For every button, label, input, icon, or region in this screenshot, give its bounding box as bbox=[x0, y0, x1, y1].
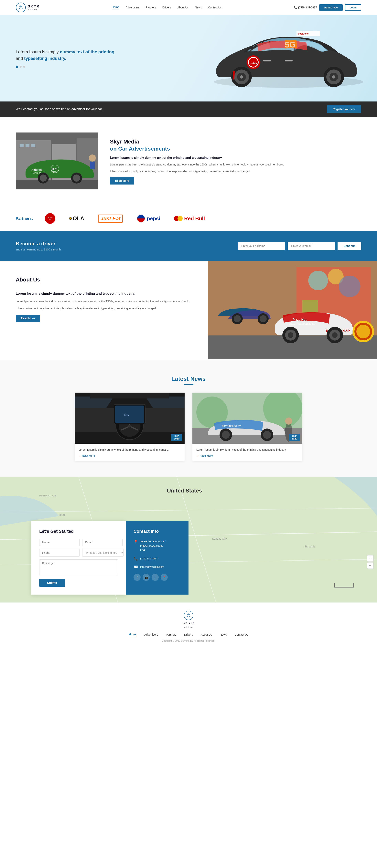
logo-icon bbox=[16, 2, 26, 12]
contact-service-select[interactable]: What are you looking for? Advertising Dr… bbox=[82, 549, 123, 557]
register-car-button[interactable]: Register your car bbox=[327, 105, 361, 113]
news-card-1-text: Lorem Ipsum is simply dummy text of the … bbox=[79, 447, 181, 452]
contact-name-input[interactable] bbox=[39, 538, 80, 546]
svg-text:RESERVATION: RESERVATION bbox=[39, 494, 56, 497]
about-us-read-more-button[interactable]: Read More bbox=[16, 315, 40, 322]
dot-1[interactable] bbox=[16, 66, 18, 68]
contact-email-input[interactable] bbox=[82, 538, 122, 546]
hero-text-bold: dummy text of the printing bbox=[60, 50, 114, 54]
map-contact-section: UTAH RESERVATION Denver Kansas City St. … bbox=[0, 477, 377, 602]
main-nav: Home Advertisers Partners Drivers About … bbox=[112, 5, 222, 9]
login-button[interactable]: Login bbox=[345, 4, 361, 11]
contact-message-input[interactable] bbox=[39, 559, 118, 575]
svg-text:+: + bbox=[369, 556, 371, 560]
news-read-more-1[interactable]: → Read More bbox=[79, 454, 181, 457]
nav-drivers[interactable]: Drivers bbox=[163, 6, 171, 9]
hero-content: Lorem Ipsum is simply dummy text of the … bbox=[16, 49, 118, 68]
svg-point-44 bbox=[308, 271, 328, 290]
arrow-icon-2: → bbox=[196, 454, 199, 457]
contact-info-title: Contact Info bbox=[134, 529, 181, 534]
svg-text:UTAH: UTAH bbox=[59, 514, 66, 517]
svg-rect-25 bbox=[26, 144, 29, 147]
hero-text: Lorem Ipsum is simply dummy text of the … bbox=[16, 49, 118, 62]
svg-text:Pizza Hut: Pizza Hut bbox=[293, 318, 307, 321]
instagram-icon[interactable]: 📷 bbox=[143, 574, 150, 581]
svg-point-82 bbox=[222, 431, 230, 439]
footer-nav-contact[interactable]: Contact Us bbox=[235, 633, 248, 636]
svg-point-60 bbox=[260, 315, 267, 322]
facebook-icon[interactable]: f bbox=[134, 574, 141, 581]
news-read-more-label-1: Read More bbox=[82, 454, 95, 457]
footer-nav-advertisers[interactable]: Advertisers bbox=[144, 633, 158, 636]
footer-nav-about[interactable]: About Us bbox=[201, 633, 212, 636]
footer-logo-icon bbox=[183, 611, 194, 620]
nav-about[interactable]: About Us bbox=[177, 6, 189, 9]
contact-submit-button[interactable]: Submit bbox=[39, 579, 65, 587]
news-title: Latest News bbox=[16, 375, 361, 382]
svg-point-36 bbox=[89, 154, 96, 161]
news-car-exterior-svg: SKYR DELIVERY bbox=[193, 393, 302, 444]
red-bull-label: Red Bull bbox=[184, 216, 205, 222]
nav-news[interactable]: News bbox=[195, 6, 202, 9]
about-read-more-button[interactable]: Read More bbox=[110, 177, 134, 185]
map-pin-icon[interactable]: 📍 bbox=[161, 574, 168, 581]
footer-nav-news[interactable]: News bbox=[220, 633, 227, 636]
about-us-car-svg: Pizza Hut GREAT PIZZA DELIVERED pizzahut… bbox=[208, 261, 377, 359]
svg-point-15 bbox=[332, 75, 336, 79]
logo-sub: MEDIA bbox=[28, 8, 40, 10]
hero-dots bbox=[16, 66, 118, 68]
svg-point-63 bbox=[356, 325, 370, 338]
about-body1: Lorem Ipsum has been the industry's stan… bbox=[110, 162, 361, 167]
phone-icon: 📞 bbox=[294, 6, 297, 9]
partners-label: Partners: bbox=[16, 216, 33, 221]
nav-partners[interactable]: Partners bbox=[146, 6, 156, 9]
news-read-more-2[interactable]: → Read More bbox=[196, 454, 298, 457]
pepsi-icon bbox=[137, 214, 145, 223]
svg-text:United States: United States bbox=[167, 488, 202, 494]
nav-advertisers[interactable]: Advertisers bbox=[126, 6, 139, 9]
email-icon: ✉️ bbox=[134, 565, 138, 569]
svg-text:Tesla: Tesla bbox=[124, 414, 129, 416]
partner-pepsi: pepsi bbox=[137, 214, 160, 223]
arrow-icon-1: → bbox=[79, 454, 81, 457]
form-row-1 bbox=[39, 538, 118, 546]
contact-email-item: ✉️ info@skyrmedia.com bbox=[134, 565, 181, 569]
driver-continue-button[interactable]: Continue bbox=[338, 242, 361, 250]
nav-contact[interactable]: Contact Us bbox=[208, 6, 222, 9]
contact-phone-input[interactable] bbox=[39, 549, 80, 557]
dot-3[interactable] bbox=[23, 66, 25, 68]
svg-point-56 bbox=[332, 332, 338, 338]
about-us-body-title: Lorem Ipsum is simply dummy text of the … bbox=[16, 291, 193, 296]
footer-nav-drivers[interactable]: Drivers bbox=[184, 633, 193, 636]
contact-form-box: Let's Get Started What are you looking f… bbox=[31, 521, 126, 595]
svg-text:GREAT PIZZA DELIVERED: GREAT PIZZA DELIVERED bbox=[289, 323, 315, 325]
svg-rect-26 bbox=[31, 144, 35, 147]
svg-text:vodafone: vodafone bbox=[298, 32, 309, 35]
news-year-2: 2020 bbox=[292, 437, 297, 440]
driver-email-input[interactable] bbox=[288, 242, 335, 250]
footer-nav-partners[interactable]: Partners bbox=[166, 633, 176, 636]
hero-text-plain: Lorem Ipsum is simply bbox=[16, 50, 60, 54]
ola-label: OLA bbox=[72, 215, 84, 222]
about-us-section: About Us Lorem Ipsum is simply dummy tex… bbox=[0, 261, 377, 360]
news-card-1: Tesla SEP 2020 Lorem Ipsum is simply dum… bbox=[75, 393, 184, 461]
pizza-hut-icon: PIZZAHUT bbox=[45, 213, 55, 224]
form-row-2: What are you looking for? Advertising Dr… bbox=[39, 549, 118, 557]
social-icons: f 📷 t 📍 bbox=[134, 574, 181, 581]
driver-fullname-input[interactable] bbox=[238, 242, 285, 250]
driver-text: Become a driver and start earning up to … bbox=[16, 241, 62, 251]
about-body-title: Lorem Ipsum is simply dummy text of the … bbox=[110, 156, 361, 160]
svg-point-46 bbox=[339, 276, 360, 297]
nav-home[interactable]: Home bbox=[112, 5, 119, 9]
dot-2[interactable] bbox=[20, 66, 22, 68]
inquire-button[interactable]: Inquire Now bbox=[319, 4, 343, 11]
twitter-icon[interactable]: t bbox=[152, 574, 158, 581]
footer-nav-home[interactable]: Home bbox=[129, 633, 137, 637]
svg-rect-101 bbox=[353, 583, 354, 588]
news-card-2-body: Lorem Ipsum is simply dummy text of the … bbox=[193, 444, 302, 461]
news-card-1-body: Lorem Ipsum is simply dummy text of the … bbox=[75, 444, 184, 461]
footer-copyright: Copyright © 2020 Skyr Media. All Rights … bbox=[16, 640, 361, 642]
about-us-image: Pizza Hut GREAT PIZZA DELIVERED pizzahut… bbox=[208, 261, 377, 360]
svg-text:5G: 5G bbox=[285, 40, 296, 49]
news-card-2-text: Lorem Ipsum is simply dummy text of the … bbox=[196, 447, 298, 452]
